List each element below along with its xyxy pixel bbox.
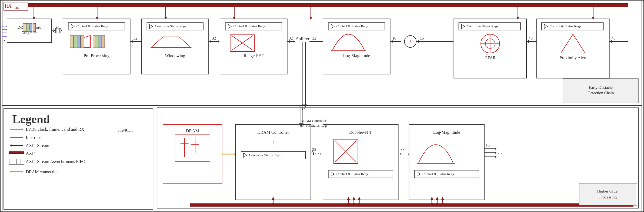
svg-text:⋯: ⋯	[304, 113, 308, 117]
svg-point-128	[485, 39, 495, 48]
svg-rect-170	[9, 159, 24, 164]
svg-line-79	[211, 41, 212, 43]
svg-text:Interrupt: Interrupt	[26, 135, 41, 140]
svg-line-145	[611, 40, 613, 41]
svg-marker-156	[22, 128, 23, 131]
svg-text:···: ···	[405, 4, 409, 10]
svg-rect-168	[9, 151, 24, 154]
svg-text:DRAM Controller: DRAM Controller	[257, 130, 289, 135]
svg-marker-9	[96, 17, 98, 20]
svg-marker-255	[441, 197, 444, 200]
svg-rect-123	[454, 19, 526, 78]
svg-marker-135	[536, 40, 537, 43]
svg-marker-84	[228, 24, 231, 29]
svg-text:!: !	[572, 44, 574, 50]
svg-marker-197	[243, 153, 247, 157]
svg-text:16: 16	[486, 143, 490, 147]
svg-marker-161	[22, 136, 23, 138]
svg-rect-194	[236, 125, 311, 200]
svg-marker-80	[218, 40, 219, 43]
svg-text:Proximity Alert: Proximity Alert	[560, 56, 587, 60]
svg-rect-265	[579, 184, 637, 206]
svg-rect-72	[147, 23, 203, 30]
svg-rect-82	[220, 19, 287, 74]
svg-marker-34	[6, 28, 7, 31]
svg-line-217	[335, 141, 357, 162]
svg-rect-180	[190, 203, 634, 207]
svg-marker-19	[309, 4, 312, 7]
svg-text:AXI4-Stream Asynchronous FIFO: AXI4-Stream Asynchronous FIFO	[26, 159, 85, 164]
svg-marker-248	[431, 203, 433, 206]
svg-text:+: +	[409, 38, 412, 44]
svg-marker-236	[417, 172, 420, 176]
svg-text:32: 32	[134, 36, 138, 40]
svg-marker-193	[222, 153, 223, 155]
svg-text:DRAM connection: DRAM connection	[26, 169, 59, 174]
svg-text:Control & Status Regs: Control & Status Regs	[233, 24, 265, 28]
svg-line-91	[289, 40, 291, 41]
svg-rect-153	[4, 108, 153, 209]
svg-line-201	[313, 153, 314, 154]
svg-text:Range-FFT: Range-FFT	[244, 53, 264, 58]
svg-line-230	[400, 154, 402, 155]
svg-marker-224	[352, 197, 355, 200]
svg-rect-213	[328, 170, 393, 178]
svg-text:48: 48	[529, 36, 533, 40]
svg-marker-147	[627, 40, 628, 43]
svg-rect-59	[77, 35, 81, 48]
svg-marker-227	[358, 197, 361, 200]
svg-rect-41	[33, 24, 35, 32]
svg-text:num: num	[119, 127, 127, 132]
svg-marker-166	[22, 144, 23, 146]
svg-marker-251	[436, 203, 439, 206]
svg-rect-83	[225, 23, 282, 30]
svg-rect-53	[68, 23, 125, 30]
svg-marker-176	[22, 171, 23, 173]
svg-line-118	[418, 40, 419, 41]
svg-text:Log-Magnitude: Log-Magnitude	[343, 53, 370, 58]
svg-marker-122	[452, 40, 453, 43]
svg-marker-97	[322, 40, 323, 43]
svg-rect-196	[241, 151, 306, 159]
svg-marker-209	[272, 203, 275, 206]
svg-rect-211	[323, 125, 398, 200]
svg-line-204	[312, 151, 313, 153]
svg-line-44	[53, 31, 55, 32]
svg-rect-181	[163, 125, 222, 184]
svg-rect-52	[63, 19, 130, 74]
svg-text:AXI4-Stream: AXI4-Stream	[26, 143, 49, 148]
svg-line-78	[211, 40, 212, 41]
svg-marker-69	[140, 40, 141, 43]
svg-line-216	[335, 141, 357, 162]
svg-rect-58	[74, 35, 77, 48]
svg-text:16: 16	[55, 26, 59, 30]
svg-rect-124	[459, 23, 520, 30]
svg-text:DRAM: DRAM	[186, 128, 199, 133]
svg-marker-21	[516, 17, 519, 20]
svg-rect-2	[4, 2, 28, 10]
svg-text:32: 32	[289, 36, 293, 40]
svg-rect-61	[93, 35, 96, 48]
svg-text:Control & Status Regs: Control & Status Regs	[336, 24, 368, 28]
svg-line-133	[528, 40, 530, 41]
svg-text:Control & Status Regs: Control & Status Regs	[336, 172, 368, 176]
svg-marker-15	[233, 17, 236, 20]
svg-line-203	[311, 151, 312, 153]
svg-rect-0	[2, 1, 642, 105]
svg-text:Control & Status Regs: Control & Status Regs	[76, 24, 108, 28]
svg-rect-60	[81, 35, 84, 48]
svg-text:Early Obstacle: Early Obstacle	[589, 85, 613, 90]
svg-rect-218	[334, 139, 358, 164]
svg-text:···: ···	[55, 4, 59, 10]
svg-text:DeSer & Word: DeSer & Word	[17, 25, 41, 30]
svg-rect-64	[102, 35, 105, 48]
svg-marker-7	[32, 4, 35, 7]
svg-text:Windowing: Windowing	[165, 53, 185, 58]
svg-marker-221	[347, 197, 350, 200]
svg-marker-141	[561, 34, 585, 53]
svg-line-43	[53, 30, 55, 31]
svg-rect-57	[70, 35, 74, 48]
svg-line-262	[302, 105, 303, 107]
svg-rect-149	[563, 79, 638, 103]
svg-text:32: 32	[312, 147, 316, 152]
